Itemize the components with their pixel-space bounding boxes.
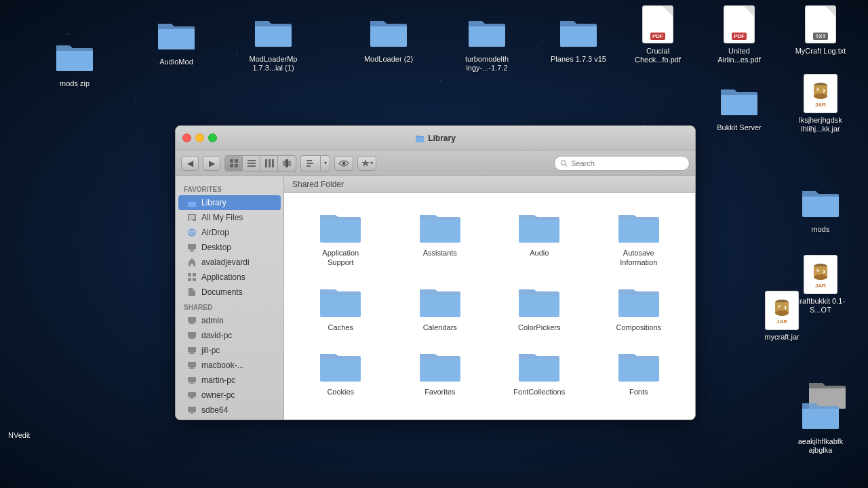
desktop-icon-turbomodel[interactable]: turbomodelth ingy-...-1.7.2 (456, 9, 517, 73)
svg-rect-19 (265, 159, 267, 167)
svg-rect-14 (230, 164, 233, 167)
sidebar-item-owner-pc-label: owner-pc (201, 390, 235, 400)
file-item-favorites[interactable]: Favorites (391, 339, 490, 403)
file-item-app-support[interactable]: ApplicationSupport (291, 200, 391, 274)
sidebar-item-applications[interactable]: Applications (178, 270, 281, 285)
sidebar-item-david-pc-label: david-pc (201, 331, 232, 340)
svg-rect-44 (188, 317, 196, 323)
sidebar-item-david-pc[interactable]: david-pc (178, 328, 281, 343)
sidebar-item-macbook[interactable]: macbook-... (178, 358, 281, 373)
svg-rect-53 (188, 362, 196, 367)
sidebar-item-admin-label: admin (201, 316, 224, 325)
desktop-icon-mods-zip[interactable]: mods zip (44, 34, 105, 88)
sidebar-item-library[interactable]: Library (178, 195, 281, 210)
file-item-calendars[interactable]: Calendars (391, 274, 490, 339)
svg-rect-62 (188, 407, 196, 412)
search-input[interactable] (571, 159, 684, 167)
file-item-font-collections[interactable]: FontCollections (490, 339, 589, 403)
sidebar-item-documents-label: Documents (201, 287, 243, 297)
window-title-area: Library (415, 134, 456, 143)
desktop-icon-modloader2[interactable]: ModLoader (2) (358, 9, 419, 64)
file-item-autosave[interactable]: AutosaveInformation (589, 200, 689, 274)
sidebar-item-jill-pc[interactable]: jill-pc (178, 343, 281, 358)
computer-icon-martin (186, 375, 197, 386)
view-icon-button[interactable] (225, 156, 243, 171)
svg-rect-55 (189, 368, 195, 369)
svg-rect-15 (235, 164, 238, 167)
file-item-compositions[interactable]: Compositions (589, 274, 689, 339)
svg-rect-13 (235, 159, 238, 163)
desktop-icon-planes[interactable]: Planes 1.7.3 v15 (548, 9, 609, 64)
file-item-calendars-label: Calendars (423, 323, 457, 332)
airdrop-icon (186, 227, 197, 238)
minimize-button[interactable] (195, 134, 204, 142)
svg-rect-58 (189, 383, 195, 384)
file-item-audio[interactable]: Audio (490, 200, 589, 274)
computer-icon-owner (186, 390, 197, 401)
desktop-icon-united-pdf[interactable]: PDF United Airlin...es.pdf (709, 4, 770, 64)
desktop-icon-audiomod[interactable]: AudioMod (146, 12, 207, 66)
action-button[interactable]: ▾ (357, 156, 376, 171)
forward-button[interactable]: ▶ (203, 156, 220, 171)
finder-window: Library ◀ ▶ (175, 125, 696, 420)
svg-rect-16 (248, 160, 256, 161)
sidebar-item-avaladjevardi[interactable]: avaladjevardi (178, 255, 281, 270)
view-list-button[interactable] (243, 156, 260, 171)
svg-rect-46 (189, 323, 195, 324)
svg-line-30 (565, 164, 567, 166)
svg-rect-51 (191, 352, 193, 353)
file-item-caches-label: Caches (328, 323, 353, 332)
sidebar-item-all-my-files[interactable]: All My Files (178, 210, 281, 225)
file-item-font-collections-label: FontCollections (513, 387, 565, 396)
sidebar-item-desktop[interactable]: Desktop (178, 240, 281, 255)
sidebar-item-martin-pc-label: martin-pc (201, 375, 235, 385)
svg-rect-61 (189, 398, 195, 399)
sidebar-item-documents[interactable]: Documents (178, 285, 281, 300)
file-view: Shared Folder ApplicationSupport (284, 176, 695, 420)
svg-rect-64 (189, 413, 195, 413)
eye-button[interactable] (334, 156, 353, 171)
desktop-icon-mods[interactable]: mods (790, 180, 851, 234)
file-item-caches[interactable]: Caches (291, 274, 391, 339)
main-content: FAVORITES Library All My Files (176, 176, 695, 420)
arrange-dropdown[interactable]: ▾ (320, 156, 330, 171)
svg-point-10 (775, 310, 789, 316)
sidebar-item-airdrop[interactable]: AirDrop (178, 225, 281, 240)
sidebar-item-avaladjevardi-label: avaladjevardi (201, 258, 250, 267)
svg-rect-21 (272, 159, 274, 167)
back-button[interactable]: ◀ (181, 156, 199, 171)
svg-rect-12 (230, 159, 233, 163)
sidebar-item-sdbe64[interactable]: sdbe64 (178, 403, 281, 418)
view-coverflow-button[interactable] (278, 156, 296, 171)
view-column-button[interactable] (260, 156, 278, 171)
file-item-fonts[interactable]: Fonts (589, 339, 689, 403)
svg-rect-20 (269, 159, 271, 167)
svg-rect-26 (307, 163, 313, 164)
svg-point-11 (778, 305, 781, 308)
desktop-icon-iksjherj[interactable]: JAR lksjherjhgdsk lhlihj...kk.jar (790, 73, 851, 134)
file-item-color-pickers[interactable]: ColorPickers (490, 274, 589, 339)
svg-rect-42 (188, 278, 191, 281)
maximize-button[interactable] (208, 134, 217, 142)
sidebar-item-library-label: Library (201, 198, 226, 207)
svg-point-3 (816, 88, 819, 91)
svg-rect-59 (188, 392, 196, 397)
file-item-favorites-label: Favorites (425, 387, 455, 396)
close-button[interactable] (182, 134, 191, 142)
svg-rect-34 (189, 220, 193, 221)
desktop-icon-modloader-mp[interactable]: ModLoaderMp 1.7.3...ial (1) (243, 9, 304, 73)
svg-point-2 (814, 94, 827, 99)
sidebar-item-jill-pc-label: jill-pc (201, 346, 220, 355)
desktop-icon-bukkit[interactable]: Bukkit Server (709, 78, 770, 132)
sidebar-item-applications-label: Applications (201, 272, 245, 282)
sidebar-item-owner-pc[interactable]: owner-pc (178, 388, 281, 403)
file-item-assistants[interactable]: Assistants (391, 200, 490, 274)
desktop-icon-crucial-pdf[interactable]: PDF Crucial Check...fo.pdf (627, 4, 688, 64)
sidebar-item-martin-pc[interactable]: martin-pc (178, 373, 281, 388)
sidebar-item-admin[interactable]: admin (178, 313, 281, 328)
desktop-icon-mycraft-txt[interactable]: TXT MyCraft Log.txt (790, 4, 851, 56)
arrange-button[interactable] (301, 156, 320, 171)
desktop-icon-mycraft-jar[interactable]: JAR mycraft.jar (751, 290, 812, 342)
desktop-icon-aeakj[interactable]: aeakjlhflkabfk ajbglka (790, 392, 851, 455)
file-item-cookies[interactable]: Cookies (291, 339, 391, 403)
